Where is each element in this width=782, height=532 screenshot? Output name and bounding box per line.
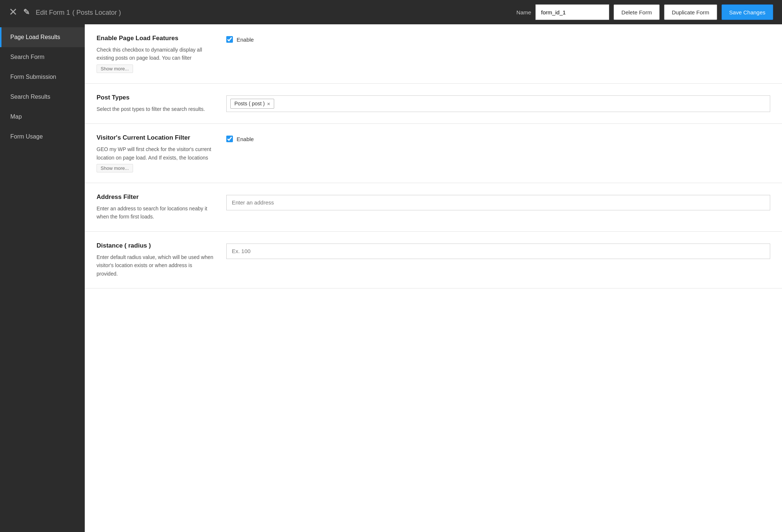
section-title-post-types: Post Types [97, 94, 214, 101]
show-more-visitor-location[interactable]: Show more... [97, 164, 133, 172]
form-name-input[interactable] [535, 4, 609, 20]
sidebar-item-form-submission[interactable]: Form Submission [0, 67, 85, 87]
section-desc-address-filter: Enter an address to search for locations… [97, 204, 214, 221]
section-left-visitor-location: Visitor's Current Location FilterGEO my … [97, 134, 214, 172]
delete-form-button[interactable]: Delete Form [614, 4, 660, 20]
section-left-distance-radius: Distance ( radius )Enter default radius … [97, 242, 214, 278]
section-title-distance-radius: Distance ( radius ) [97, 242, 214, 249]
tag-item: Posts ( post )× [230, 99, 274, 109]
name-label: Name [516, 9, 531, 15]
close-icon[interactable]: ✕ [9, 7, 17, 17]
section-visitor-location: Visitor's Current Location FilterGEO my … [85, 124, 782, 183]
section-right-address-filter [226, 193, 770, 221]
section-left-post-types: Post TypesSelect the post types to filte… [97, 94, 214, 113]
content-area: Enable Page Load FeaturesCheck this chec… [85, 24, 782, 532]
duplicate-form-button[interactable]: Duplicate Form [664, 4, 717, 20]
text-input-address-filter[interactable] [226, 195, 770, 210]
section-right-distance-radius [226, 242, 770, 278]
checkbox-enable-page-load[interactable] [226, 36, 233, 43]
tag-remove-icon[interactable]: × [267, 101, 270, 107]
main-layout: Page Load ResultsSearch FormForm Submiss… [0, 24, 782, 532]
section-enable-page-load: Enable Page Load FeaturesCheck this chec… [85, 24, 782, 84]
section-desc-enable-page-load: Check this checkbox to dynamically displ… [97, 46, 214, 62]
checkbox-label-visitor-location: Enable [237, 136, 254, 142]
show-more-enable-page-load[interactable]: Show more... [97, 64, 133, 73]
section-title-address-filter: Address Filter [97, 193, 214, 201]
form-subtitle: ( Posts Locator ) [72, 9, 121, 16]
tag-label: Posts ( post ) [234, 101, 265, 106]
sidebar-item-search-results[interactable]: Search Results [0, 87, 85, 107]
section-left-address-filter: Address FilterEnter an address to search… [97, 193, 214, 221]
checkbox-row-visitor-location[interactable]: Enable [226, 136, 254, 142]
section-title-enable-page-load: Enable Page Load Features [97, 35, 214, 42]
section-right-visitor-location: Enable [226, 134, 770, 172]
section-left-enable-page-load: Enable Page Load FeaturesCheck this chec… [97, 35, 214, 73]
page-title: Edit Form 1 ( Posts Locator ) [36, 7, 510, 17]
section-desc-visitor-location: GEO my WP will first check for the visit… [97, 145, 214, 162]
section-desc-distance-radius: Enter default radius value, which will b… [97, 253, 214, 278]
section-post-types: Post TypesSelect the post types to filte… [85, 84, 782, 124]
save-changes-button[interactable]: Save Changes [722, 4, 773, 20]
section-right-enable-page-load: Enable [226, 35, 770, 73]
text-input-distance-radius[interactable] [226, 244, 770, 259]
sidebar: Page Load ResultsSearch FormForm Submiss… [0, 24, 85, 532]
checkbox-row-enable-page-load[interactable]: Enable [226, 36, 254, 43]
tag-input-post-types[interactable]: Posts ( post )× [226, 95, 770, 112]
checkbox-label-enable-page-load: Enable [237, 36, 254, 43]
sidebar-item-search-form[interactable]: Search Form [0, 47, 85, 67]
header: ✕ ✎ Edit Form 1 ( Posts Locator ) Name D… [0, 0, 782, 24]
section-desc-post-types: Select the post types to filter the sear… [97, 105, 214, 113]
edit-form-title: Edit Form 1 [36, 9, 70, 16]
checkbox-visitor-location[interactable] [226, 136, 233, 142]
sidebar-item-map[interactable]: Map [0, 107, 85, 127]
sidebar-item-form-usage[interactable]: Form Usage [0, 127, 85, 147]
header-controls: Name Delete Form Duplicate Form Save Cha… [516, 4, 773, 20]
section-address-filter: Address FilterEnter an address to search… [85, 183, 782, 232]
section-distance-radius: Distance ( radius )Enter default radius … [85, 232, 782, 288]
section-right-post-types: Posts ( post )× [226, 94, 770, 113]
pencil-icon: ✎ [23, 7, 30, 17]
section-title-visitor-location: Visitor's Current Location Filter [97, 134, 214, 141]
sidebar-item-page-load-results[interactable]: Page Load Results [0, 27, 85, 47]
